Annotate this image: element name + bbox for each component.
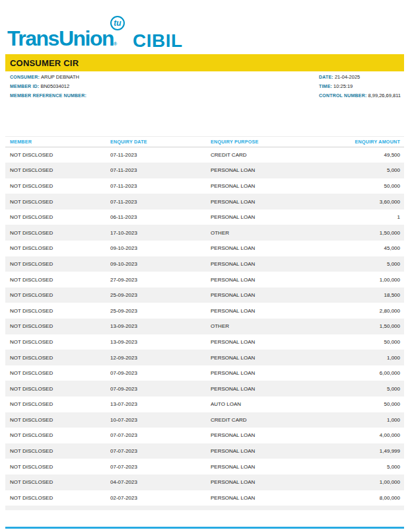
cell-amount: 1 <box>333 214 404 220</box>
cell-amount: 49,500 <box>333 152 404 158</box>
table-row: NOT DISCLOSED07-11-2023CREDIT CARD49,500 <box>5 147 404 163</box>
cell-purpose: PERSONAL LOAN <box>211 464 333 470</box>
table-row: NOT DISCLOSED17-10-2023OTHER1,50,000 <box>5 225 404 241</box>
consumer-cir-page: TransUnion ® tu CIBIL CONSUMER CIR CONSU… <box>0 0 410 532</box>
cell-date: 07-07-2023 <box>110 432 211 438</box>
cell-member: NOT DISCLOSED <box>5 448 110 454</box>
clipped-next-row-strip <box>5 506 404 510</box>
footer-divider-line <box>5 527 404 529</box>
table-row: NOT DISCLOSED09-10-2023PERSONAL LOAN45,0… <box>5 241 404 256</box>
member-id-value: BN05034012 <box>40 83 69 89</box>
cell-amount: 45,000 <box>333 245 404 251</box>
cell-purpose: PERSONAL LOAN <box>211 370 333 376</box>
cell-amount: 50,000 <box>333 183 404 189</box>
cell-purpose: PERSONAL LOAN <box>211 167 333 173</box>
cell-date: 07-09-2023 <box>110 386 211 392</box>
cell-amount: 1,000 <box>333 355 404 361</box>
cell-purpose: PERSONAL LOAN <box>211 495 333 501</box>
cell-date: 25-09-2023 <box>110 292 211 298</box>
consumer-label: CONSUMER: <box>10 75 40 79</box>
enquiry-table-header: MEMBER ENQUIRY DATE ENQUIRY PURPOSE ENQU… <box>5 136 404 147</box>
cell-amount: 50,000 <box>333 339 404 345</box>
time-line: TIME:10:25:19 <box>319 83 353 89</box>
cell-purpose: PERSONAL LOAN <box>211 386 333 392</box>
table-row: NOT DISCLOSED09-10-2023PERSONAL LOAN5,00… <box>5 256 404 272</box>
table-row: NOT DISCLOSED07-07-2023PERSONAL LOAN4,00… <box>5 428 404 443</box>
cell-purpose: PERSONAL LOAN <box>211 308 333 314</box>
enquiry-table-body: NOT DISCLOSED07-11-2023CREDIT CARD49,500… <box>5 147 404 506</box>
cell-member: NOT DISCLOSED <box>5 323 110 329</box>
column-header-member: MEMBER <box>5 139 110 145</box>
table-row: NOT DISCLOSED25-09-2023PERSONAL LOAN2,80… <box>5 303 404 319</box>
cell-date: 07-07-2023 <box>110 464 211 470</box>
cell-member: NOT DISCLOSED <box>5 355 110 361</box>
column-header-enquiry-amount: ENQUIRY AMOUNT <box>333 139 404 145</box>
cell-member: NOT DISCLOSED <box>5 339 110 345</box>
cell-date: 07-11-2023 <box>110 167 211 173</box>
time-label: TIME: <box>319 84 332 89</box>
cell-amount: 1,000 <box>333 417 404 423</box>
enquiry-table: MEMBER ENQUIRY DATE ENQUIRY PURPOSE ENQU… <box>5 136 404 510</box>
cell-member: NOT DISCLOSED <box>5 167 110 173</box>
cell-purpose: AUTO LOAN <box>211 401 333 407</box>
time-value: 10:25:19 <box>333 83 353 89</box>
cell-date: 02-07-2023 <box>110 495 211 501</box>
cell-date: 13-09-2023 <box>110 323 211 329</box>
cell-member: NOT DISCLOSED <box>5 230 110 236</box>
cell-member: NOT DISCLOSED <box>5 214 110 220</box>
transunion-cibil-logo: TransUnion ® tu CIBIL <box>0 0 410 54</box>
cell-member: NOT DISCLOSED <box>5 464 110 470</box>
cell-member: NOT DISCLOSED <box>5 183 110 189</box>
cell-amount: 8,00,000 <box>333 495 404 501</box>
cell-purpose: PERSONAL LOAN <box>211 214 333 220</box>
date-line: DATE:21-04-2025 <box>319 74 360 80</box>
cell-date: 04-07-2023 <box>110 479 211 485</box>
cell-member: NOT DISCLOSED <box>5 417 110 423</box>
cell-purpose: PERSONAL LOAN <box>211 448 333 454</box>
cell-purpose: CREDIT CARD <box>211 152 333 158</box>
cell-purpose: PERSONAL LOAN <box>211 292 333 298</box>
cell-amount: 5,000 <box>333 167 404 173</box>
cell-purpose: PERSONAL LOAN <box>211 261 333 267</box>
cell-amount: 1,00,000 <box>333 479 404 485</box>
consumer-cir-banner: CONSUMER CIR <box>5 54 404 71</box>
cell-member: NOT DISCLOSED <box>5 277 110 283</box>
cell-member: NOT DISCLOSED <box>5 261 110 267</box>
table-row: NOT DISCLOSED07-11-2023PERSONAL LOAN5,00… <box>5 163 404 178</box>
cell-purpose: PERSONAL LOAN <box>211 339 333 345</box>
cell-amount: 50,000 <box>333 401 404 407</box>
cell-member: NOT DISCLOSED <box>5 370 110 376</box>
cell-amount: 1,50,000 <box>333 230 404 236</box>
control-number-label: CONTROL NUMBER: <box>319 93 366 98</box>
table-row: NOT DISCLOSED06-11-2023PERSONAL LOAN1 <box>5 209 404 225</box>
cell-member: NOT DISCLOSED <box>5 292 110 298</box>
table-row: NOT DISCLOSED02-07-2023PERSONAL LOAN8,00… <box>5 490 404 506</box>
cell-member: NOT DISCLOSED <box>5 432 110 438</box>
tu-monogram-icon: tu <box>110 16 125 30</box>
cell-amount: 3,60,000 <box>333 199 404 205</box>
cell-amount: 6,00,000 <box>333 370 404 376</box>
column-header-enquiry-purpose: ENQUIRY PURPOSE <box>211 139 333 145</box>
table-row: NOT DISCLOSED07-07-2023PERSONAL LOAN5,00… <box>5 459 404 475</box>
cell-member: NOT DISCLOSED <box>5 386 110 392</box>
cell-purpose: PERSONAL LOAN <box>211 277 333 283</box>
cell-amount: 5,000 <box>333 261 404 267</box>
cell-date: 07-11-2023 <box>110 152 211 158</box>
cell-member: NOT DISCLOSED <box>5 308 110 314</box>
cell-purpose: PERSONAL LOAN <box>211 479 333 485</box>
cell-date: 09-10-2023 <box>110 261 211 267</box>
member-reference-label: MEMBER REFERENCE NUMBER: <box>10 93 86 98</box>
cell-amount: 1,00,000 <box>333 277 404 283</box>
cell-amount: 1,50,000 <box>333 323 404 329</box>
cell-amount: 18,500 <box>333 292 404 298</box>
report-info-block: CONSUMER:ARUP DEBNATH MEMBER ID:BN050340… <box>0 73 410 102</box>
member-id-label: MEMBER ID: <box>10 84 39 89</box>
cell-date: 12-09-2023 <box>110 355 211 361</box>
cell-date: 09-10-2023 <box>110 245 211 251</box>
cell-date: 13-07-2023 <box>110 401 211 407</box>
cell-date: 07-09-2023 <box>110 370 211 376</box>
cell-amount: 4,00,000 <box>333 432 404 438</box>
cell-date: 07-11-2023 <box>110 183 211 189</box>
cell-member: NOT DISCLOSED <box>5 199 110 205</box>
table-row: NOT DISCLOSED27-09-2023PERSONAL LOAN1,00… <box>5 272 404 287</box>
